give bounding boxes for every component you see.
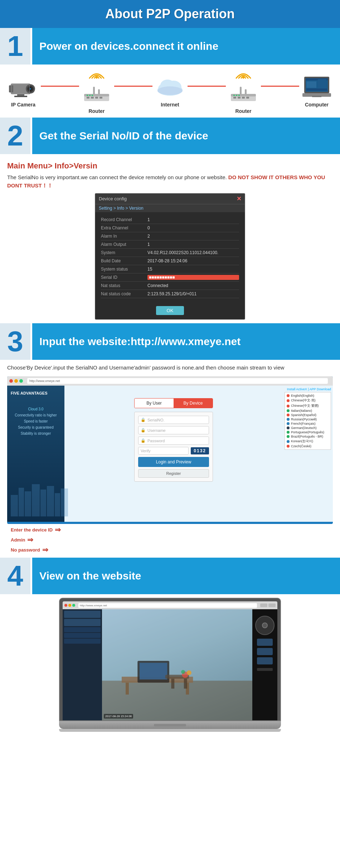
dialog-ok-row: OK (95, 302, 245, 319)
laptop-browser-chrome: http://www.xmeye.net (63, 601, 277, 609)
activex-bar[interactable]: Install ActiveX | APP Download (285, 387, 331, 391)
lang-dot-english (287, 394, 290, 397)
tab-by-device[interactable]: By Device (174, 399, 213, 408)
internet-label: Internet (161, 102, 179, 108)
lang-italian[interactable]: Italian(Italiano) (287, 409, 329, 413)
camera-feed-main: 2017-08-28 15:24:06 (102, 609, 252, 720)
dialog-value: Connected (147, 283, 239, 288)
sidebar-menu-item (64, 619, 101, 626)
laptop-url-bar[interactable]: http://www.xmeye.net (78, 603, 257, 608)
slider-control[interactable] (257, 668, 273, 671)
svg-rect-31 (242, 97, 245, 99)
arrow-icon-nopass: ⇒ (42, 545, 48, 554)
arrow-label-text-serial: Enter the device ID (11, 527, 53, 533)
sidebar-menu-item (64, 611, 101, 618)
computer-icon (301, 75, 333, 100)
lang-russian[interactable]: Russian(Русский) (287, 417, 329, 421)
ptz-dial[interactable] (255, 616, 275, 635)
website-inner: FIVE ADVANTAGES Cloud 3.0 Connectivity r… (7, 386, 333, 522)
lang-english[interactable]: English(English) (287, 394, 329, 398)
advantage-speed: Speed is faster (11, 418, 61, 424)
svg-rect-12 (87, 97, 89, 99)
register-button[interactable]: Register (138, 469, 209, 478)
lang-label-german: German(Deutsch) (291, 426, 317, 430)
dialog-label: Alarm In (101, 234, 147, 239)
arrow-label-admin: Admin ⇒ (11, 535, 333, 544)
svg-rect-57 (126, 683, 129, 695)
dialog-row: Alarm In 2 (101, 232, 239, 240)
lang-korean[interactable]: Korean(한국어) (287, 439, 329, 444)
connector-4 (261, 86, 299, 87)
lang-chinese-s[interactable]: Chinese(中文·简) (287, 398, 329, 403)
lang-portuguese[interactable]: Portuguese(Português) (287, 430, 329, 434)
control-btn[interactable] (257, 648, 273, 655)
browser-tab-btn (260, 604, 267, 607)
dialog-row: Record Channel 1 (101, 216, 239, 224)
username-input-row[interactable]: 🔒 Username (138, 426, 209, 434)
tab-by-user[interactable]: By User (135, 399, 174, 408)
dialog-label: Nat status (101, 283, 147, 288)
dialog-label: Extra Channel (101, 225, 147, 230)
laptop-trackpad (154, 724, 186, 726)
dialog-row-serial: Serial ID ■■■■■■■■■■ (101, 273, 239, 282)
step-1-title: Power on devices.connect it online (39, 40, 218, 52)
device-config-dialog: Device config ✕ Setting > Info > Version… (95, 193, 245, 320)
lang-chinese-t[interactable]: Chinese(中文·繁體) (287, 403, 329, 409)
sidebar-sub-item (64, 627, 101, 632)
camera-timestamp: 2017-08-28 15:24:06 (104, 714, 133, 719)
svg-rect-51 (47, 486, 54, 516)
advantage-stability: Stability is stronger (11, 430, 61, 437)
camera-icon (7, 75, 39, 100)
lang-label-chinese-s: Chinese(中文·简) (291, 398, 316, 403)
arrow-label-text-nopass: No password (11, 547, 40, 553)
browser-url-bar[interactable]: http://www.xmeye.net (27, 378, 328, 384)
router1-label: Router (88, 108, 105, 114)
svg-rect-55 (102, 609, 252, 681)
dialog-table: Record Channel 1 Extra Channel 0 Alarm I… (95, 212, 245, 302)
dialog-row: Build Date 2017-08-28 15:24:06 (101, 257, 239, 265)
password-input-row[interactable]: 🔒 Password (138, 437, 209, 445)
dialog-close-button[interactable]: ✕ (237, 195, 241, 202)
svg-rect-30 (238, 97, 241, 99)
dialog-row: Nat status Connected (101, 282, 239, 290)
svg-rect-53 (61, 488, 68, 516)
connector-1 (41, 86, 79, 87)
browser-tab-btn (268, 604, 276, 607)
laptop-left-sidebar (63, 609, 102, 720)
verify-row: Verify 0132 (138, 447, 209, 455)
password-icon: 🔒 (141, 438, 146, 443)
svg-point-35 (233, 95, 235, 96)
svg-rect-33 (240, 87, 242, 95)
router1-icon (81, 81, 113, 106)
dialog-path: Setting > Info > Version (95, 204, 245, 212)
svg-rect-50 (40, 490, 46, 516)
control-btn[interactable] (257, 657, 273, 664)
svg-rect-34 (245, 89, 247, 95)
step-4-title: View on the website (39, 570, 141, 582)
browser-close-dot (9, 379, 13, 383)
lang-brazil[interactable]: Brazil(Português - BR) (287, 434, 329, 439)
lang-german[interactable]: German(Deutsch) (287, 426, 329, 430)
step-2-banner: 2 Get the Serial No/ID of the device (0, 118, 340, 154)
svg-rect-15 (99, 97, 102, 99)
dialog-row: Extra Channel 0 (101, 224, 239, 232)
lang-label-spanish: Spanish(Español) (291, 413, 316, 417)
svg-rect-48 (25, 491, 31, 516)
control-btn[interactable] (257, 639, 273, 646)
website-right-panel: By User By Device 🔒 SerialNO. 🔒 Username (64, 386, 283, 522)
router2-icon (227, 81, 259, 106)
lang-french[interactable]: French(Français) (287, 421, 329, 426)
step-3-title-box: Input the website:http://www.xmeye.net (32, 323, 340, 360)
lang-spanish[interactable]: Spanish(Español) (287, 413, 329, 417)
svg-rect-13 (91, 97, 94, 99)
verify-input[interactable]: Verify (138, 447, 189, 455)
dialog-row: System V4.02.R12.00022S20.11012.044100. (101, 249, 239, 257)
step-3-banner: 3 Input the website:http://www.xmeye.net (0, 323, 340, 360)
serial-icon: 🔒 (141, 418, 146, 422)
login-preview-button[interactable]: Login and Preview (138, 457, 209, 467)
lang-czech[interactable]: Czech(České) (287, 444, 329, 448)
svg-point-36 (236, 95, 237, 96)
dialog-value-serial: ■■■■■■■■■■ (147, 275, 239, 280)
dialog-ok-button[interactable]: OK (156, 306, 184, 315)
serial-input-row[interactable]: 🔒 SerialNO. (138, 416, 209, 424)
